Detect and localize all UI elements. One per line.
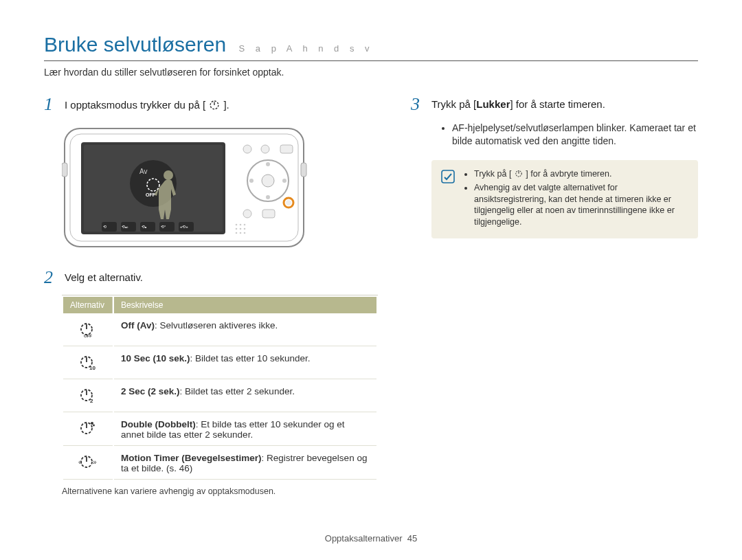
step-number: 1	[44, 96, 56, 113]
step-3-bullets: AF-hjelpelyset/selvutløserlampen blinker…	[441, 122, 698, 148]
step-2: 2 Velg et alternativ.	[44, 269, 378, 287]
svg-point-35	[236, 228, 238, 230]
note-item: Avhengig av det valgte alternativet for …	[474, 182, 688, 229]
svg-point-36	[240, 228, 242, 230]
svg-point-27	[243, 145, 251, 153]
option-icon-cell: 2	[63, 381, 113, 412]
step-3: 3 Trykk på [Lukker] for å starte timeren…	[411, 96, 698, 113]
camera-illustration: Av OFF	[62, 122, 378, 255]
timer-10-icon: 10	[78, 353, 98, 371]
svg-text:OFF: OFF	[146, 192, 156, 197]
option-name: 2 Sec (2 sek.)	[121, 386, 180, 396]
table-row: Double (Dobbelt): Et bilde tas etter 10 …	[63, 414, 376, 446]
left-column: 1 I opptaksmodus trykker du på [ ].	[44, 96, 378, 496]
step-1-after: ].	[223, 99, 229, 111]
option-name: Motion Timer (Bevegelsestimer)	[121, 453, 262, 463]
svg-point-51	[93, 425, 95, 427]
table-row: OFFOff (Av): Selvutløseren aktiveres ikk…	[63, 315, 376, 346]
svg-point-37	[244, 228, 246, 230]
svg-point-8	[164, 170, 173, 180]
svg-point-28	[261, 145, 269, 153]
option-desc: : Bildet tas etter 2 sekunder.	[180, 386, 295, 396]
right-column: 3 Trykk på [Lukker] for å starte timeren…	[411, 96, 698, 496]
svg-point-30	[243, 210, 251, 218]
page-title: Bruke selvutløseren	[44, 33, 226, 56]
svg-point-39	[240, 232, 242, 234]
option-icon-cell: 10	[63, 348, 113, 379]
svg-text:⟲: ⟲	[103, 225, 106, 229]
option-icon-cell	[63, 414, 113, 446]
screen-label: Av	[139, 168, 148, 175]
table-head-col1: Alternativ	[63, 297, 113, 313]
svg-point-50	[91, 422, 93, 425]
svg-text:⟲₁₀: ⟲₁₀	[122, 225, 128, 229]
step-1: 1 I opptaksmodus trykker du på [ ].	[44, 96, 378, 113]
step-3-bold: Lukker	[476, 98, 510, 110]
step-text: Velg et alternativ.	[65, 269, 143, 283]
option-icon-cell: OFF	[63, 315, 113, 346]
svg-rect-42	[301, 163, 306, 177]
table-row: «»Motion Timer (Bevegelsestimer): Regist…	[63, 447, 376, 480]
page-subtitle: S a p A h n d s v	[239, 43, 374, 54]
svg-point-32	[236, 224, 238, 226]
timer-off-icon: OFF	[78, 320, 98, 338]
svg-point-23	[249, 179, 254, 183]
svg-rect-31	[262, 210, 275, 218]
svg-point-21	[266, 162, 270, 166]
option-desc-cell: 2 Sec (2 sek.): Bildet tas etter 2 sekun…	[114, 381, 376, 412]
svg-text:⟲₂: ⟲₂	[142, 225, 147, 229]
svg-point-40	[244, 232, 246, 234]
step-3-after: ] for å starte timeren.	[510, 98, 605, 110]
step-number: 3	[411, 96, 423, 113]
option-name: Off (Av)	[121, 320, 155, 331]
svg-text:OFF: OFF	[84, 334, 92, 338]
svg-point-38	[236, 232, 238, 234]
option-desc: : Bildet tas etter 10 sekunder.	[190, 353, 311, 363]
option-desc-cell: 10 Sec (10 sek.): Bildet tas etter 10 se…	[114, 348, 376, 379]
option-desc-cell: Off (Av): Selvutløseren aktiveres ikke.	[114, 315, 376, 346]
timer-icon	[514, 168, 524, 178]
svg-text:«⟲»: «⟲»	[180, 225, 188, 229]
intro-text: Lær hvordan du stiller selvutløseren for…	[44, 67, 698, 78]
step-3-bullet: AF-hjelpelyset/selvutløserlampen blinker…	[452, 122, 698, 148]
svg-text:2: 2	[90, 398, 93, 404]
svg-point-26	[286, 200, 291, 205]
option-desc-cell: Motion Timer (Bevegelsestimer): Registre…	[114, 447, 376, 480]
step-number: 2	[44, 269, 56, 287]
timer-motion-icon: «»	[78, 453, 98, 471]
page-footer: Opptaksalternativer 45	[0, 533, 742, 544]
svg-rect-29	[280, 145, 293, 153]
footer-section: Opptaksalternativer	[325, 533, 403, 544]
svg-text:10: 10	[89, 365, 95, 371]
table-footnote: Alternativene kan variere avhengig av op…	[62, 486, 378, 496]
svg-point-24	[282, 179, 286, 183]
note-item: Trykk på [ ] for å avbryte timeren.	[474, 168, 688, 180]
step-text: I opptaksmodus trykker du på [ ].	[65, 96, 229, 111]
svg-rect-55	[442, 170, 454, 183]
timer-2-icon: 2	[78, 386, 98, 404]
step-text: Trykk på [Lukker] for å starte timeren.	[431, 96, 605, 110]
table-row: 1010 Sec (10 sek.): Bildet tas etter 10 …	[63, 348, 376, 379]
timer-icon	[208, 98, 221, 111]
footer-page-number: 45	[407, 533, 417, 544]
note-box: Trykk på [ ] for å avbryte timeren.Avhen…	[431, 160, 698, 238]
svg-point-20	[262, 175, 274, 187]
option-desc: : Selvutløseren aktiveres ikke.	[155, 320, 278, 331]
note-list: Trykk på [ ] for å avbryte timeren.Avhen…	[463, 168, 688, 230]
svg-text:«: «	[78, 458, 82, 466]
svg-text:»: »	[93, 458, 97, 466]
option-desc-cell: Double (Dobbelt): Et bilde tas etter 10 …	[114, 414, 376, 446]
svg-rect-41	[62, 163, 67, 177]
title-row: Bruke selvutløseren S a p A h n d s v	[44, 33, 698, 61]
option-name: 10 Sec (10 sek.)	[121, 353, 190, 363]
options-table: Alternativ Beskrivelse OFFOff (Av): Selv…	[62, 295, 378, 481]
table-row: 22 Sec (2 sek.): Bildet tas etter 2 seku…	[63, 381, 376, 412]
note-icon	[441, 170, 455, 183]
table-head-col2: Beskrivelse	[114, 297, 376, 313]
svg-point-34	[244, 224, 246, 226]
step-1-before: I opptaksmodus trykker du på [	[65, 99, 205, 111]
step-3-before: Trykk på [	[431, 98, 476, 110]
svg-point-22	[266, 195, 270, 199]
svg-point-33	[240, 224, 242, 226]
timer-double-icon	[78, 419, 98, 437]
